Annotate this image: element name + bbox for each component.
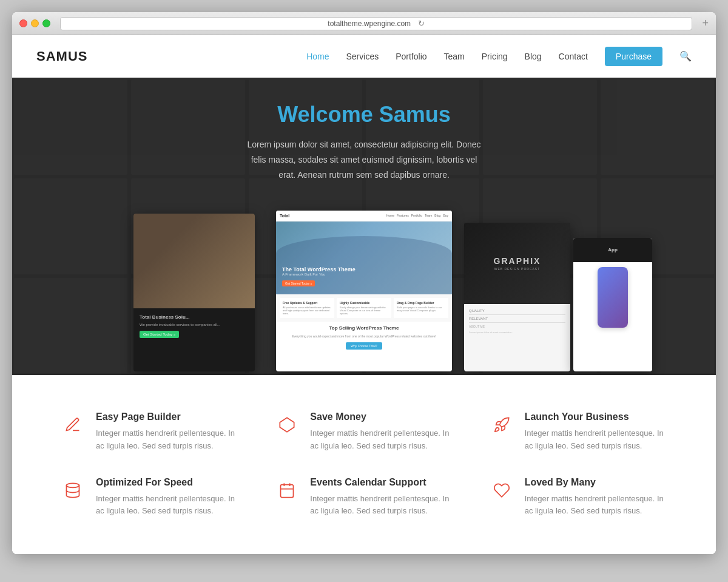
screen-right-detail: ABOUT ME [469, 325, 565, 330]
address-bar[interactable]: totaltheme.wpengine.com ↻ [60, 17, 692, 30]
sc-feature-1-text: All purchases come with free theme updat… [283, 306, 331, 316]
feature-item-5: Events Calendar Support Integer mattis h… [275, 477, 453, 518]
screen-left-content: Total Business Solu... We provide invalu… [133, 308, 255, 344]
sc-bottom-text: Everything you would expect and more fro… [276, 334, 452, 342]
feature-2-desc: Integer mattis hendrerit pellentesque. I… [310, 427, 453, 453]
feature-1-text: Easy Page Builder Integer mattis hendrer… [96, 411, 238, 453]
screen-center-hero-image: The Total WordPress Theme A Framework Bu… [276, 222, 452, 294]
feature-item-6: Loved By Many Integer mattis hendrerit p… [490, 477, 667, 518]
new-tab-button[interactable]: + [702, 17, 709, 30]
feature-3-title: Launch Your Business [525, 411, 667, 422]
close-button[interactable] [19, 19, 27, 27]
sc-feature-1: Free Updates & Support All purchases com… [280, 298, 334, 319]
screen-center-links: Home Features Portfolio Team Blog Buy [386, 214, 448, 217]
calendar-icon [275, 478, 299, 502]
sc-link-6: Buy [443, 214, 448, 217]
sc-hero-btn: Get Started Today » [282, 280, 315, 286]
feature-4-title: Optimized For Speed [96, 477, 238, 488]
nav-link-contact[interactable]: Contact [559, 52, 588, 61]
screen-left-title: Total Business Solu... [140, 314, 249, 320]
nav-link-blog[interactable]: Blog [525, 52, 542, 61]
sc-feature-1-title: Free Updates & Support [283, 301, 331, 305]
sc-feature-2: Highly Customizable Easily change your t… [337, 298, 391, 319]
screen-card-right: GRAPHIX WEB DESIGN PODCAST QUALITY RELEV… [464, 223, 570, 371]
browser-window: totaltheme.wpengine.com ↻ + SAMUS Home S… [12, 12, 716, 554]
screen-right-content: QUALITY RELEVANT ABOUT ME Lorem ipsum do… [464, 304, 570, 371]
features-section: Easy Page Builder Integer mattis hendrer… [12, 375, 716, 554]
sc-link-5: Blog [434, 214, 440, 217]
hero-subtitle: Lorem ipsum dolor sit amet, consectetur … [243, 137, 485, 183]
navigation: SAMUS Home Services Portfolio Team Prici… [12, 35, 716, 78]
feature-item-3: Launch Your Business Integer mattis hend… [490, 411, 667, 453]
nav-link-team[interactable]: Team [444, 52, 465, 61]
nav-link-services[interactable]: Services [346, 52, 379, 61]
purchase-button[interactable]: Purchase [605, 47, 662, 66]
feature-3-text: Launch Your Business Integer mattis hend… [525, 411, 667, 453]
hero-title: Welcome Samus [277, 102, 450, 127]
sc-feature-3-text: Build your pages in seconds thanks to ou… [397, 306, 445, 312]
nav-link-pricing[interactable]: Pricing [482, 52, 508, 61]
sc-hero-title: The Total WordPress Theme [282, 266, 356, 272]
feature-4-desc: Integer mattis hendrerit pellentesque. I… [96, 493, 238, 518]
url-text: totaltheme.wpengine.com [328, 19, 411, 28]
sfr-phone-mockup [598, 267, 628, 328]
hero-section: Welcome Samus Lorem ipsum dolor sit amet… [12, 78, 716, 375]
sc-feature-3-title: Drag & Drop Page Builder [397, 301, 445, 305]
screen-right-row-2: RELEVANT [469, 317, 565, 320]
divider-1 [469, 314, 565, 315]
sc-link-2: Features [397, 214, 409, 217]
sc-link-1: Home [386, 214, 394, 217]
screen-left-text: We provide invaluable services to compan… [140, 322, 249, 327]
feature-3-desc: Integer mattis hendrerit pellentesque. I… [525, 427, 667, 453]
svg-marker-0 [280, 418, 294, 431]
sfr-title: App [608, 247, 618, 252]
nav-links: Home Services Portfolio Team Pricing Blo… [306, 47, 692, 66]
screen-left-cta: Get Started Today » [140, 331, 179, 338]
screen-card-far-right: App [573, 238, 652, 371]
screen-center-nav: Total Home Features Portfolio Team Blog … [276, 211, 452, 222]
screen-right-body: Lorem ipsum dolor sit amet consectetur..… [469, 331, 565, 334]
screen-right-brand: GRAPHIX WEB DESIGN PODCAST [494, 256, 541, 271]
sc-link-3: Portfolio [411, 214, 422, 217]
nav-link-home[interactable]: Home [306, 52, 329, 61]
sc-feature-3: Drag & Drop Page Builder Build your page… [394, 298, 448, 319]
hero-demo-screens: Total Business Solu... We provide invalu… [12, 208, 716, 371]
sc-bottom-title: Top Selling WordPress Theme [276, 322, 452, 334]
feature-5-title: Events Calendar Support [310, 477, 453, 488]
screen-right-row-1: QUALITY [469, 309, 565, 313]
screen-right-brand-text: GRAPHIX [494, 256, 541, 266]
screen-center-hero-text: The Total WordPress Theme A Framework Bu… [282, 266, 356, 287]
feature-item-2: Save Money Integer mattis hendrerit pell… [275, 411, 453, 453]
sc-bottom-btn: Why Choose Total? [346, 342, 382, 350]
maximize-button[interactable] [42, 19, 50, 27]
diamond-icon [275, 413, 299, 437]
svg-rect-2 [281, 484, 294, 497]
minimize-button[interactable] [31, 19, 39, 27]
feature-5-text: Events Calendar Support Integer mattis h… [310, 477, 453, 518]
feature-5-desc: Integer mattis hendrerit pellentesque. I… [310, 493, 453, 518]
feature-item-4: Optimized For Speed Integer mattis hendr… [61, 477, 238, 518]
feature-6-desc: Integer mattis hendrerit pellentesque. I… [525, 493, 667, 518]
feature-1-title: Easy Page Builder [96, 411, 238, 422]
screen-right-brand-sub: WEB DESIGN PODCAST [494, 267, 541, 271]
heart-icon [490, 478, 514, 502]
browser-titlebar: totaltheme.wpengine.com ↻ + [12, 12, 716, 35]
sc-feature-2-title: Highly Customizable [340, 301, 388, 305]
feature-2-text: Save Money Integer mattis hendrerit pell… [310, 411, 453, 453]
screen-left-image [133, 214, 255, 308]
feature-2-title: Save Money [310, 411, 453, 422]
sfr-header: App [573, 238, 652, 262]
feature-1-desc: Integer mattis hendrerit pellentesque. I… [96, 427, 238, 453]
screen-card-left: Total Business Solu... We provide invalu… [133, 214, 255, 371]
feature-4-text: Optimized For Speed Integer mattis hendr… [96, 477, 238, 518]
traffic-lights [19, 19, 50, 27]
database-icon [61, 478, 85, 502]
reload-icon[interactable]: ↻ [418, 19, 425, 28]
search-icon[interactable]: 🔍 [679, 50, 692, 62]
screen-center-logo: Total [280, 214, 289, 218]
screen-card-center: Total Home Features Portfolio Team Blog … [276, 211, 452, 371]
nav-link-portfolio[interactable]: Portfolio [396, 52, 426, 61]
feature-item-1: Easy Page Builder Integer mattis hendrer… [61, 411, 238, 453]
screen-right-dark: GRAPHIX WEB DESIGN PODCAST [464, 223, 570, 305]
screen-center-features: Free Updates & Support All purchases com… [276, 294, 452, 322]
